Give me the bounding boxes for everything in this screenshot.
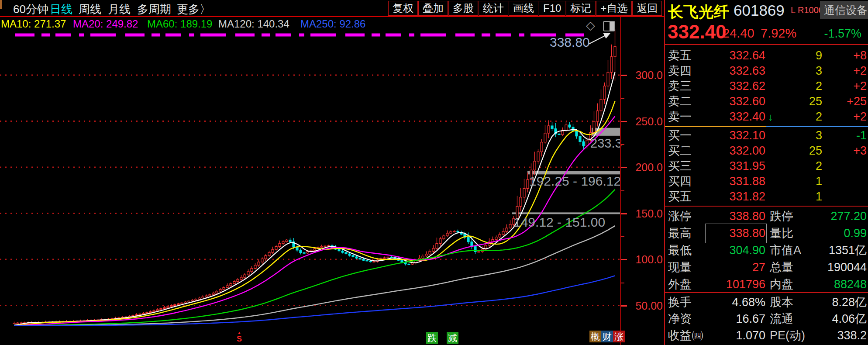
candle-body: [575, 131, 578, 136]
candle-body: [300, 250, 302, 253]
candle-body: [135, 315, 138, 316]
tag-badge-涨[interactable]: 涨: [613, 331, 625, 342]
stat-value: 0.99: [809, 225, 867, 242]
candle-body: [258, 262, 260, 265]
order-level-label: 卖四: [668, 63, 692, 79]
candle-body: [453, 231, 455, 232]
high-arrow: [589, 33, 610, 44]
order-level-label: 卖三: [668, 79, 692, 94]
candle-body: [366, 260, 368, 261]
candle-body: [170, 306, 172, 307]
stat-row: 最高338.80量比0.99: [665, 225, 868, 242]
order-level-row[interactable]: 买三331.952: [665, 159, 868, 174]
indicator-badge-跌[interactable]: 跌: [426, 332, 438, 344]
industry-badge[interactable]: 通信设备: [820, 1, 868, 19]
stat-row: 换手4.68%股本8.28亿: [665, 294, 868, 311]
order-level-price: 331.88: [704, 174, 765, 189]
candle-body: [429, 251, 431, 254]
candle-body: [307, 252, 309, 253]
stat-label: 跌停: [770, 208, 793, 225]
y-axis-label: 250.0: [622, 115, 663, 128]
gap-zone-label: 149.12 - 151.00: [513, 215, 605, 230]
candle-body: [279, 244, 281, 247]
candle-body: [303, 253, 305, 254]
gap-zone-label: 233.3: [590, 136, 622, 151]
candle-body: [373, 262, 375, 262]
order-level-price: 332.63: [704, 63, 765, 79]
order-level-label: 卖一: [668, 109, 692, 124]
stat-label: 股本: [770, 294, 793, 311]
y-axis-tick: [621, 167, 627, 168]
candle-body: [362, 259, 365, 261]
candle-body: [499, 235, 501, 237]
candle-body: [408, 264, 410, 265]
order-level-row[interactable]: 买五331.821: [665, 189, 868, 204]
order-level-row[interactable]: 卖二332.6025+25: [665, 94, 868, 109]
candle-body: [195, 299, 197, 300]
candle-body: [600, 99, 602, 110]
order-level-row[interactable]: 买二332.0025+3: [665, 143, 868, 159]
order-level-price: 332.40: [704, 109, 765, 124]
candle-body: [443, 236, 445, 239]
candle-body: [313, 249, 316, 250]
order-level-delta: +8: [827, 48, 867, 63]
stat-label: 涨停: [668, 208, 692, 225]
candlestick-chart[interactable]: [0, 0, 621, 345]
indicator-badge-减[interactable]: 减: [447, 332, 458, 344]
y-axis-label: 150.0: [622, 207, 663, 220]
order-level-delta: +2: [827, 79, 867, 94]
signal-marker-icon[interactable]: ▲ S: [235, 331, 244, 343]
candle-body: [425, 254, 427, 256]
candle-body: [219, 290, 221, 291]
candle-body: [439, 239, 441, 244]
candle-body: [436, 243, 438, 248]
candle-body: [467, 237, 469, 242]
y-axis-minor-tick: [621, 98, 624, 99]
order-level-row[interactable]: 卖一332.40↓2+2: [665, 109, 868, 124]
candle-body: [509, 224, 511, 228]
candle-body: [205, 296, 207, 297]
y-axis-tick: [621, 305, 627, 307]
candle-body: [614, 47, 616, 57]
candle-body: [167, 307, 169, 307]
order-level-volume: 3: [778, 128, 822, 143]
split-pane-icon[interactable]: [603, 21, 615, 31]
candle-body: [153, 310, 155, 311]
order-level-delta: +3: [827, 143, 867, 159]
candle-body: [352, 255, 354, 257]
stat-row: 净资16.67流通4.06亿: [665, 310, 868, 328]
candle-body: [568, 125, 571, 127]
candle-body: [544, 133, 546, 142]
candle-body: [209, 295, 211, 296]
candle-body: [422, 256, 424, 258]
candle-body: [275, 246, 277, 249]
toolbar-button-返回[interactable]: 返回: [632, 1, 662, 16]
candle-body: [160, 309, 162, 310]
order-level-row[interactable]: 买四331.881: [665, 174, 868, 189]
y-axis-tick: [621, 213, 627, 214]
order-level-row[interactable]: 买一332.103-1: [665, 128, 868, 143]
tag-badge-概[interactable]: 概: [589, 331, 601, 342]
candle-body: [272, 249, 274, 252]
candle-body: [156, 310, 158, 310]
candle-body: [142, 313, 145, 314]
stat-label: 流通: [770, 310, 793, 328]
order-level-volume: 2: [778, 159, 822, 174]
order-level-volume: 1: [778, 174, 822, 189]
stat-value: 338.80: [706, 225, 765, 242]
price-change: 24.40: [723, 26, 754, 41]
diamond-marker-icon[interactable]: ◇: [586, 18, 595, 32]
candle-body: [212, 293, 214, 295]
stock-name: 长飞光纤: [668, 2, 729, 22]
stock-app-window: 60分钟日线周线月线多周期更多〉 复权叠加多股统计画线F10标记+自选返回 MA…: [0, 0, 868, 345]
ma-line-120: [14, 226, 615, 326]
tag-badge-财[interactable]: 财: [601, 331, 613, 342]
order-level-row[interactable]: 卖三332.622+2: [665, 79, 868, 94]
order-level-row[interactable]: 卖五332.649+8: [665, 48, 868, 63]
order-level-row[interactable]: 卖四332.633+2: [665, 63, 868, 79]
stat-value: 8.28亿: [809, 294, 867, 311]
candle-body: [286, 240, 288, 242]
candle-body: [345, 252, 347, 254]
stat-label: 收益㈣: [668, 327, 703, 344]
candle-body: [261, 259, 263, 262]
